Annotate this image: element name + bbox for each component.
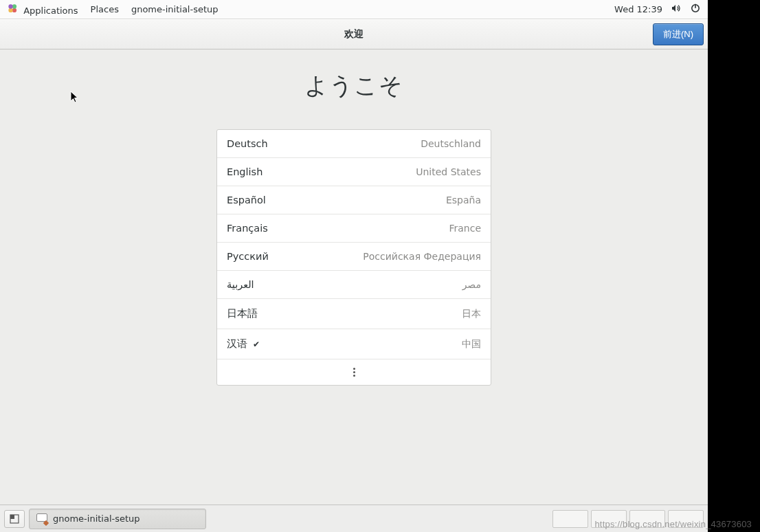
header-bar: 欢迎 前进(N) — [0, 19, 708, 49]
language-region: United States — [416, 166, 481, 177]
power-icon — [690, 3, 701, 14]
clock[interactable]: Wed 12:39 — [614, 4, 662, 14]
language-label: English — [227, 166, 262, 177]
language-region: Российская Федерация — [363, 251, 481, 262]
language-row[interactable]: Русский Российская Федерация — [217, 243, 491, 271]
language-row[interactable]: 汉语 ✔ 中国 — [217, 329, 491, 359]
power-button[interactable] — [690, 3, 701, 16]
language-label: Deutsch — [227, 138, 268, 149]
language-row[interactable]: Deutsch Deutschland — [217, 130, 491, 158]
language-row[interactable]: 日本語 日本 — [217, 299, 491, 329]
workspace-switcher-button[interactable] — [4, 510, 25, 528]
svg-rect-1 — [695, 4, 696, 8]
workspace-icon — [10, 514, 19, 524]
volume-button[interactable] — [671, 3, 682, 16]
clock-label: Wed 12:39 — [614, 4, 662, 14]
more-icon — [217, 368, 491, 377]
content-area: ようこそ Deutsch Deutschland English United … — [0, 49, 708, 505]
language-label: Français — [227, 223, 268, 234]
language-region: 中国 — [462, 338, 481, 351]
language-label: العربية — [227, 279, 254, 290]
applications-label: Applications — [23, 5, 78, 16]
language-region: 日本 — [462, 308, 481, 320]
language-region: France — [449, 223, 481, 234]
watermark-text: https://blog.csdn.net/weixin_43673603 — [594, 519, 752, 529]
page-title: ようこそ — [304, 70, 403, 102]
language-region: مصر — [462, 279, 481, 290]
language-label: Español — [227, 195, 266, 206]
language-row[interactable]: العربية مصر — [217, 271, 491, 299]
language-row[interactable]: English United States — [217, 158, 491, 186]
header-title: 欢迎 — [344, 28, 364, 41]
more-languages-button[interactable] — [217, 359, 491, 385]
language-region: España — [446, 195, 481, 206]
activities-icon — [7, 3, 18, 14]
language-label: Русский — [227, 251, 269, 262]
setup-app-icon — [36, 513, 47, 524]
next-button[interactable]: 前进(N) — [653, 23, 704, 45]
volume-icon — [671, 3, 682, 14]
tray-slot[interactable] — [552, 510, 588, 528]
taskbar-app-label: gnome-initial-setup — [53, 513, 140, 524]
language-region: Deutschland — [421, 138, 481, 149]
language-row[interactable]: Français France — [217, 214, 491, 243]
top-panel: Applications Places gnome-initial-setup … — [0, 0, 708, 19]
language-label: 日本語 — [227, 307, 258, 320]
svg-rect-3 — [10, 515, 14, 519]
language-list: Deutsch Deutschland English United State… — [216, 129, 491, 386]
language-label: 汉语 — [227, 337, 247, 351]
app-menu-label: gnome-initial-setup — [131, 4, 219, 14]
checkmark-icon: ✔ — [253, 340, 260, 349]
app-menu[interactable]: gnome-initial-setup — [131, 4, 219, 14]
language-row[interactable]: Español España — [217, 186, 491, 214]
places-menu[interactable]: Places — [91, 4, 119, 14]
applications-menu[interactable]: Applications — [7, 3, 78, 16]
taskbar-app-button[interactable]: gnome-initial-setup — [29, 509, 206, 529]
places-label: Places — [91, 4, 119, 14]
